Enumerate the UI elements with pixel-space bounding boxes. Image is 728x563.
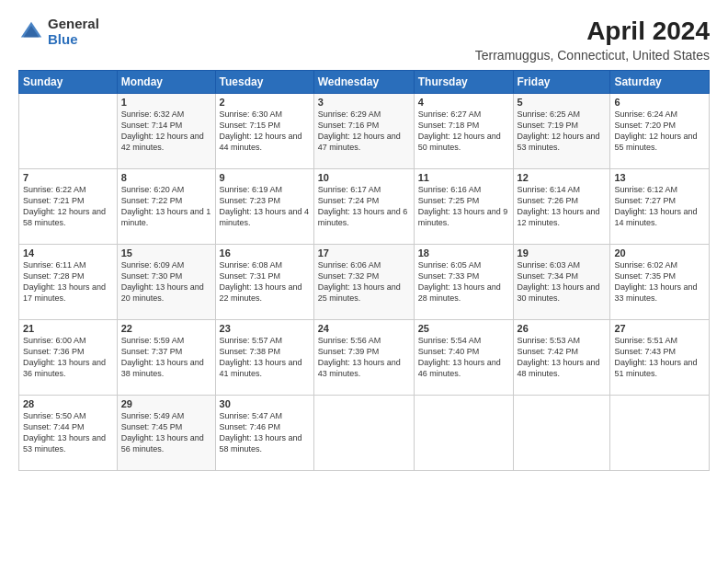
day-number: 26 — [518, 323, 607, 334]
logo-icon — [18, 19, 44, 45]
day-number: 17 — [318, 247, 410, 259]
calendar-cell: 18 Sunrise: 6:05 AMSunset: 7:33 PMDaylig… — [414, 245, 513, 320]
calendar-cell: 12 Sunrise: 6:14 AMSunset: 7:26 PMDaylig… — [513, 169, 610, 245]
cell-info: Sunrise: 5:53 AMSunset: 7:42 PMDaylight:… — [518, 336, 600, 378]
week-row-1: 1 Sunrise: 6:32 AMSunset: 7:14 PMDayligh… — [19, 94, 710, 169]
header-sunday: Sunday — [19, 71, 118, 94]
day-number: 28 — [23, 398, 113, 409]
calendar-cell: 14 Sunrise: 6:11 AMSunset: 7:28 PMDaylig… — [19, 245, 118, 320]
cell-info: Sunrise: 6:06 AMSunset: 7:32 PMDaylight:… — [318, 260, 401, 303]
cell-info: Sunrise: 5:54 AMSunset: 7:40 PMDaylight:… — [418, 336, 501, 378]
logo-general: General — [48, 17, 99, 32]
day-number: 10 — [318, 172, 410, 183]
cell-info: Sunrise: 6:20 AMSunset: 7:22 PMDaylight:… — [121, 185, 211, 227]
page: General Blue April 2024 Terramuggus, Con… — [0, 0, 728, 563]
header-thursday: Thursday — [414, 71, 513, 94]
cell-info: Sunrise: 6:19 AMSunset: 7:23 PMDaylight:… — [220, 185, 310, 227]
calendar-body: 1 Sunrise: 6:32 AMSunset: 7:14 PMDayligh… — [19, 94, 710, 471]
cell-info: Sunrise: 5:57 AMSunset: 7:38 PMDaylight:… — [220, 336, 302, 378]
calendar-header: Sunday Monday Tuesday Wednesday Thursday… — [19, 71, 710, 94]
calendar-cell: 10 Sunrise: 6:17 AMSunset: 7:24 PMDaylig… — [313, 169, 414, 245]
cell-info: Sunrise: 6:24 AMSunset: 7:20 PMDaylight:… — [614, 109, 697, 152]
cell-info: Sunrise: 6:22 AMSunset: 7:21 PMDaylight:… — [23, 185, 106, 227]
calendar-cell: 30 Sunrise: 5:47 AMSunset: 7:46 PMDaylig… — [215, 396, 313, 471]
cell-info: Sunrise: 6:05 AMSunset: 7:33 PMDaylight:… — [418, 260, 501, 303]
calendar-cell: 16 Sunrise: 6:08 AMSunset: 7:31 PMDaylig… — [215, 245, 313, 320]
day-number: 25 — [418, 323, 509, 334]
calendar-cell: 25 Sunrise: 5:54 AMSunset: 7:40 PMDaylig… — [414, 320, 513, 396]
day-number: 19 — [518, 247, 607, 259]
day-number: 16 — [220, 247, 310, 259]
header-monday: Monday — [117, 71, 215, 94]
calendar-cell — [414, 396, 513, 471]
header-row: Sunday Monday Tuesday Wednesday Thursday… — [19, 71, 710, 94]
calendar-cell: 2 Sunrise: 6:30 AMSunset: 7:15 PMDayligh… — [215, 94, 313, 169]
day-number: 22 — [121, 323, 211, 334]
calendar-cell: 13 Sunrise: 6:12 AMSunset: 7:27 PMDaylig… — [610, 169, 710, 245]
week-row-5: 28 Sunrise: 5:50 AMSunset: 7:44 PMDaylig… — [19, 396, 710, 471]
subtitle: Terramuggus, Connecticut, United States — [475, 48, 710, 63]
title-block: April 2024 Terramuggus, Connecticut, Uni… — [475, 17, 710, 63]
day-number: 27 — [614, 323, 705, 334]
cell-info: Sunrise: 5:51 AMSunset: 7:43 PMDaylight:… — [614, 336, 697, 378]
day-number: 6 — [614, 97, 705, 108]
calendar-cell: 7 Sunrise: 6:22 AMSunset: 7:21 PMDayligh… — [19, 169, 118, 245]
header-friday: Friday — [513, 71, 610, 94]
cell-info: Sunrise: 6:09 AMSunset: 7:30 PMDaylight:… — [121, 260, 204, 303]
cell-info: Sunrise: 6:12 AMSunset: 7:27 PMDaylight:… — [614, 185, 697, 227]
cell-info: Sunrise: 6:27 AMSunset: 7:18 PMDaylight:… — [418, 109, 501, 152]
calendar: Sunday Monday Tuesday Wednesday Thursday… — [18, 70, 710, 471]
calendar-cell — [610, 396, 710, 471]
day-number: 18 — [418, 247, 509, 259]
cell-info: Sunrise: 6:30 AMSunset: 7:15 PMDaylight:… — [220, 109, 302, 152]
day-number: 8 — [121, 172, 211, 183]
calendar-cell: 27 Sunrise: 5:51 AMSunset: 7:43 PMDaylig… — [610, 320, 710, 396]
day-number: 20 — [614, 247, 705, 259]
week-row-2: 7 Sunrise: 6:22 AMSunset: 7:21 PMDayligh… — [19, 169, 710, 245]
cell-info: Sunrise: 6:16 AMSunset: 7:25 PMDaylight:… — [418, 185, 508, 227]
calendar-cell: 23 Sunrise: 5:57 AMSunset: 7:38 PMDaylig… — [215, 320, 313, 396]
cell-info: Sunrise: 6:32 AMSunset: 7:14 PMDaylight:… — [121, 109, 204, 152]
cell-info: Sunrise: 5:49 AMSunset: 7:45 PMDaylight:… — [121, 411, 204, 454]
calendar-cell: 19 Sunrise: 6:03 AMSunset: 7:34 PMDaylig… — [513, 245, 610, 320]
day-number: 7 — [23, 172, 113, 183]
calendar-cell: 15 Sunrise: 6:09 AMSunset: 7:30 PMDaylig… — [117, 245, 215, 320]
day-number: 11 — [418, 172, 509, 183]
calendar-cell: 11 Sunrise: 6:16 AMSunset: 7:25 PMDaylig… — [414, 169, 513, 245]
cell-info: Sunrise: 6:08 AMSunset: 7:31 PMDaylight:… — [220, 260, 302, 303]
cell-info: Sunrise: 6:11 AMSunset: 7:28 PMDaylight:… — [23, 260, 106, 303]
day-number: 15 — [121, 247, 211, 259]
logo-text: General Blue — [48, 17, 99, 47]
cell-info: Sunrise: 5:50 AMSunset: 7:44 PMDaylight:… — [23, 411, 106, 454]
calendar-cell: 9 Sunrise: 6:19 AMSunset: 7:23 PMDayligh… — [215, 169, 313, 245]
header: General Blue April 2024 Terramuggus, Con… — [18, 17, 710, 63]
calendar-cell — [19, 94, 118, 169]
header-saturday: Saturday — [610, 71, 710, 94]
day-number: 30 — [220, 398, 310, 409]
calendar-cell: 28 Sunrise: 5:50 AMSunset: 7:44 PMDaylig… — [19, 396, 118, 471]
cell-info: Sunrise: 6:25 AMSunset: 7:19 PMDaylight:… — [518, 109, 600, 152]
cell-info: Sunrise: 5:47 AMSunset: 7:46 PMDaylight:… — [220, 411, 302, 454]
calendar-cell: 21 Sunrise: 6:00 AMSunset: 7:36 PMDaylig… — [19, 320, 118, 396]
day-number: 23 — [220, 323, 310, 334]
calendar-cell: 4 Sunrise: 6:27 AMSunset: 7:18 PMDayligh… — [414, 94, 513, 169]
calendar-cell: 26 Sunrise: 5:53 AMSunset: 7:42 PMDaylig… — [513, 320, 610, 396]
day-number: 5 — [518, 97, 607, 108]
calendar-cell: 17 Sunrise: 6:06 AMSunset: 7:32 PMDaylig… — [313, 245, 414, 320]
header-tuesday: Tuesday — [215, 71, 313, 94]
day-number: 21 — [23, 323, 113, 334]
calendar-cell: 3 Sunrise: 6:29 AMSunset: 7:16 PMDayligh… — [313, 94, 414, 169]
logo-blue: Blue — [48, 32, 99, 48]
cell-info: Sunrise: 5:56 AMSunset: 7:39 PMDaylight:… — [318, 336, 401, 378]
day-number: 3 — [318, 97, 410, 108]
calendar-cell: 29 Sunrise: 5:49 AMSunset: 7:45 PMDaylig… — [117, 396, 215, 471]
cell-info: Sunrise: 6:17 AMSunset: 7:24 PMDaylight:… — [318, 185, 408, 227]
cell-info: Sunrise: 6:03 AMSunset: 7:34 PMDaylight:… — [518, 260, 600, 303]
header-wednesday: Wednesday — [313, 71, 414, 94]
calendar-cell: 20 Sunrise: 6:02 AMSunset: 7:35 PMDaylig… — [610, 245, 710, 320]
cell-info: Sunrise: 6:02 AMSunset: 7:35 PMDaylight:… — [614, 260, 697, 303]
day-number: 4 — [418, 97, 509, 108]
calendar-cell: 24 Sunrise: 5:56 AMSunset: 7:39 PMDaylig… — [313, 320, 414, 396]
day-number: 29 — [121, 398, 211, 409]
week-row-4: 21 Sunrise: 6:00 AMSunset: 7:36 PMDaylig… — [19, 320, 710, 396]
